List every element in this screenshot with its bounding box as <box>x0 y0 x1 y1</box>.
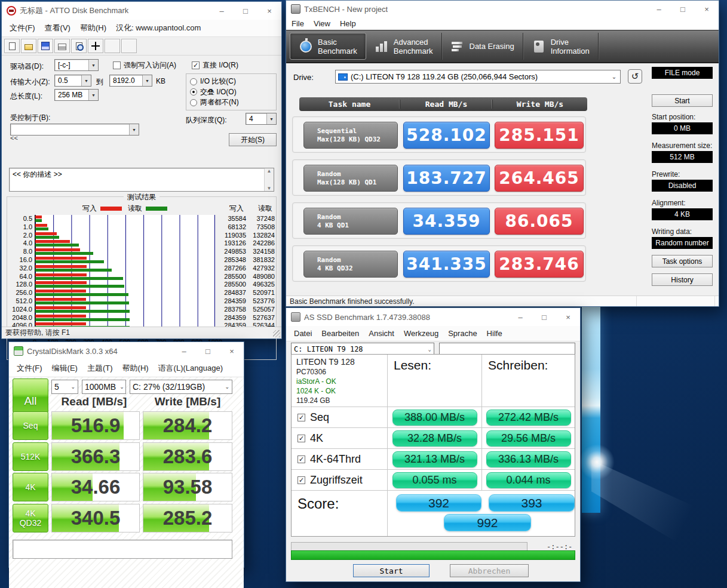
maximize-button[interactable]: □ <box>234 2 257 20</box>
radio-option[interactable]: I/O 比较(C) <box>190 76 272 87</box>
checkbox-icon[interactable] <box>297 476 305 484</box>
all-test-button[interactable]: All <box>13 378 48 413</box>
toolbar-button[interactable] <box>54 39 70 53</box>
toolbar-button[interactable] <box>21 39 36 53</box>
dropdown-arrow-icon[interactable]: ▼ <box>142 75 152 86</box>
task-options-button[interactable]: Task options <box>652 255 713 267</box>
total-length-combo[interactable]: 256 MB ▼ <box>54 89 99 101</box>
test-type-button[interactable]: 4K <box>13 473 48 501</box>
resize-grip[interactable] <box>273 330 280 337</box>
menu-item[interactable]: 帮助(H) <box>76 21 111 35</box>
toolbar-button[interactable] <box>121 39 137 53</box>
menu-item[interactable]: 文件(F) <box>13 361 47 375</box>
start-button[interactable]: Start <box>652 94 713 107</box>
radio-icon[interactable] <box>190 78 197 85</box>
minimize-button[interactable]: – <box>647 1 671 17</box>
close-button[interactable]: × <box>556 308 580 326</box>
dropdown-arrow-icon[interactable]: ▼ <box>129 124 139 135</box>
maximize-button[interactable]: □ <box>671 1 695 17</box>
test-type-button[interactable]: Seq <box>13 411 48 440</box>
close-button[interactable]: × <box>257 2 281 20</box>
asssd-menubar: DateiBearbeitenAnsichtWerkzeugSpracheHil… <box>286 326 580 341</box>
cdm-result-rows: Seq 516.9 284.2 512K 366.3 283.6 4K 34.6… <box>13 411 232 534</box>
force-write-checkbox[interactable]: 强制写入访问(A) <box>113 60 176 70</box>
checkbox-icon[interactable] <box>192 61 200 69</box>
toolbar-tab[interactable]: Drive Information <box>523 33 599 60</box>
txbench-titlebar[interactable]: TxBENCH - New project – □ × <box>286 1 719 17</box>
start-button[interactable]: Start <box>353 564 430 577</box>
dropdown-arrow-icon[interactable]: ▼ <box>88 90 98 100</box>
atto-titlebar[interactable]: 无标题 - ATTO Disk Benchmark – □ × <box>2 2 281 20</box>
radio-icon[interactable] <box>190 88 197 96</box>
transfer-to-combo[interactable]: 8192.0 ▼ <box>109 75 152 87</box>
queue-depth-combo[interactable]: 4 ▼ <box>246 113 277 125</box>
menu-item[interactable]: Hilfe <box>483 327 507 340</box>
controlled-by-combo[interactable]: ▼ <box>10 124 139 136</box>
cdm-titlebar[interactable]: CrystalDiskMark 3.0.3 x64 – □ × <box>9 342 244 360</box>
read-value-cell: 516.9 <box>51 411 140 440</box>
menu-item[interactable]: 帮助(H) <box>118 361 153 375</box>
menu-item[interactable]: 主题(T) <box>83 361 117 375</box>
toolbar-button[interactable] <box>71 39 87 53</box>
menu-item[interactable]: Ansicht <box>364 327 398 340</box>
maximize-button[interactable]: □ <box>196 342 220 360</box>
test-count-select[interactable]: 5 ⌄ <box>51 380 78 394</box>
menu-item[interactable]: Werkzeug <box>400 327 443 340</box>
menu-item[interactable]: 编辑(E) <box>48 361 82 375</box>
file-mode-button[interactable]: FILE mode <box>652 67 713 79</box>
checkbox-icon[interactable] <box>113 61 121 69</box>
minimize-button[interactable]: – <box>172 342 196 360</box>
chevron-down-icon[interactable]: ⌄ <box>608 73 620 80</box>
description-scrollbar[interactable]: ▲ ▼ <box>264 168 274 191</box>
refresh-button[interactable]: ↺ <box>628 69 642 84</box>
dropdown-arrow-icon[interactable]: ▼ <box>88 60 98 70</box>
dropdown-arrow-icon[interactable]: ▼ <box>81 75 91 86</box>
history-button[interactable]: History <box>652 273 713 286</box>
checkbox-icon[interactable] <box>297 414 305 421</box>
test-type-button[interactable]: 4K QD32 <box>13 504 48 532</box>
toolbar-tab[interactable]: Data Erasing <box>442 33 523 60</box>
menu-item[interactable]: Datei <box>290 327 316 340</box>
toolbar-button[interactable] <box>105 39 120 53</box>
toolbar-button[interactable] <box>88 39 103 53</box>
scroll-up-icon[interactable]: ▲ <box>265 168 274 174</box>
toolbar-button[interactable] <box>38 39 53 53</box>
menu-item[interactable]: File <box>287 17 308 30</box>
transfer-from-combo[interactable]: 0.5 ▼ <box>54 75 91 87</box>
close-button[interactable]: × <box>695 1 719 17</box>
asssd-titlebar[interactable]: AS SSD Benchmark 1.7.4739.38088 – □ × <box>286 308 580 326</box>
maximize-button[interactable]: □ <box>532 308 556 326</box>
minimize-button[interactable]: – <box>210 2 234 20</box>
description-field[interactable]: << 你的描述 >> ▲ ▼ <box>9 168 274 192</box>
radio-icon[interactable] <box>190 99 197 106</box>
menu-item[interactable]: Sprache <box>444 327 481 340</box>
checkbox-icon[interactable] <box>297 435 305 442</box>
task-name-pill: Sequential Max(128 KB) QD32 <box>303 122 398 149</box>
cancel-button[interactable]: Abbrechen <box>450 564 529 577</box>
menu-item[interactable]: 语言(L)(Language) <box>154 361 227 375</box>
menu-item[interactable]: 查看(V) <box>41 21 75 35</box>
menu-item[interactable]: Bearbeiten <box>317 327 363 340</box>
drive-combo[interactable]: [-c-] ▼ <box>54 59 99 71</box>
checkbox-icon[interactable] <box>297 455 305 463</box>
comment-input[interactable] <box>13 540 232 559</box>
radio-option[interactable]: 交叠 I/O(O) <box>190 87 272 97</box>
minimize-button[interactable]: – <box>508 308 532 326</box>
dropdown-arrow-icon[interactable]: ▼ <box>266 113 276 124</box>
radio-option[interactable]: 两者都不(N) <box>190 97 272 107</box>
test-size-select[interactable]: 1000MB ⌄ <box>82 380 126 394</box>
toolbar-tab[interactable]: Advanced Benchmark <box>366 33 442 60</box>
close-button[interactable]: × <box>220 342 244 360</box>
menu-item[interactable]: 文件(F) <box>5 21 39 35</box>
toolbar-button[interactable] <box>4 39 20 53</box>
menu-item[interactable]: View <box>309 17 335 30</box>
direct-io-checkbox[interactable]: 直接 I/O(R) <box>192 60 238 70</box>
toolbar-tab[interactable]: Basic Benchmark <box>290 33 366 60</box>
start-button[interactable]: 开始(S) <box>229 133 277 146</box>
drive-select[interactable]: C: 27% (32/119GB) ⌄ <box>130 380 232 394</box>
scroll-down-icon[interactable]: ▼ <box>265 186 274 191</box>
test-type-button[interactable]: 512K <box>13 442 48 471</box>
menu-item[interactable]: 汉化: www.upantool.com <box>112 21 205 35</box>
drive-combo[interactable]: (C:) LITEON T9 128 119.24 GB (250,066,94… <box>335 70 621 84</box>
menu-item[interactable]: Help <box>336 17 360 30</box>
